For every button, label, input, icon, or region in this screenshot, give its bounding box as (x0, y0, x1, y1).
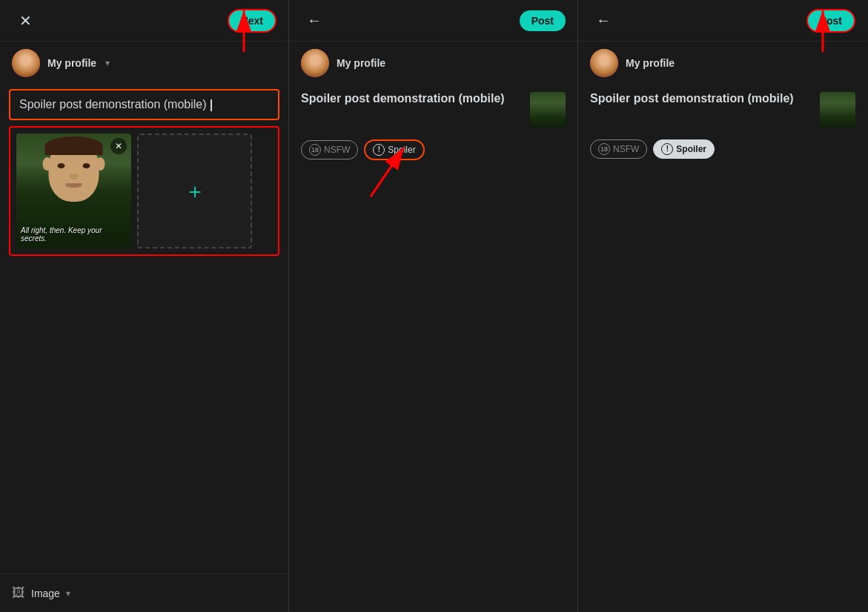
panel-2-header: ← Post (289, 0, 577, 42)
post-title: Spoiler post demonstration (mobile) (301, 92, 505, 105)
post-title: Spoiler post demonstration (mobile) (590, 92, 794, 105)
image-type-label: Image (31, 588, 60, 599)
nsfw-tag-button[interactable]: 18 NSFW (301, 140, 358, 159)
back-button[interactable]: ← (590, 7, 617, 34)
profile-name: My profile (337, 57, 385, 69)
post-title-row: Spoiler post demonstration (mobile) (301, 92, 566, 128)
panel-3: ← Post My profile Spoiler post demonstra… (578, 0, 867, 612)
panel-3-header: ← Post (578, 0, 867, 42)
post-label: Post (820, 15, 842, 27)
tags-row: 18 NSFW ! Spoiler (578, 135, 867, 163)
media-thumbnail[interactable]: All right, then. Keep your secrets. ✕ (16, 134, 131, 249)
close-button[interactable]: ✕ (12, 7, 39, 34)
plus-icon: ＋ (185, 177, 205, 205)
back-icon: ← (596, 12, 611, 29)
spoiler-tag-button[interactable]: ! Spoiler (364, 139, 424, 160)
profile-row[interactable]: My profile (578, 42, 867, 85)
profile-row[interactable]: My profile (289, 42, 577, 85)
chevron-down-icon: ▾ (105, 58, 110, 68)
post-meta: Spoiler post demonstration (mobile) (289, 85, 577, 135)
media-thumbnail-small (820, 92, 855, 128)
post-title-row: Spoiler post demonstration (mobile) (590, 92, 855, 128)
next-label: Next (241, 15, 263, 27)
chevron-down-icon: ▾ (66, 588, 70, 599)
image-type-icon: 🖼 (12, 585, 25, 601)
panel-1-header: ✕ Next (0, 0, 288, 42)
spoiler-tag-button[interactable]: ! Spoiler (653, 139, 715, 159)
media-thumbnail-small (530, 92, 566, 128)
profile-row[interactable]: My profile ▾ (0, 42, 288, 85)
spoiler-label: Spoiler (388, 145, 415, 155)
post-title: Spoiler post demonstration (mobile) (19, 98, 207, 111)
nsfw-tag-button[interactable]: 18 NSFW (590, 139, 647, 159)
avatar (590, 49, 618, 77)
close-icon: ✕ (19, 12, 32, 30)
nsfw-label: NSFW (324, 145, 350, 155)
spoiler-label: Spoiler (676, 144, 706, 154)
avatar (12, 49, 40, 77)
panel-1: ✕ Next My profile ▾ Spoiler post demonst… (0, 0, 289, 612)
post-button[interactable]: Post (520, 10, 566, 31)
back-button[interactable]: ← (301, 7, 328, 34)
profile-name: My profile (47, 57, 96, 69)
spoiler-icon: ! (373, 144, 385, 156)
image-container: All right, then. Keep your secrets. ✕ ＋ (9, 126, 279, 256)
back-icon: ← (307, 12, 322, 29)
nsfw-icon: 18 (598, 143, 610, 155)
profile-name: My profile (626, 57, 675, 69)
nsfw-icon: 18 (309, 144, 321, 156)
text-cursor (211, 99, 212, 111)
panel-2: ← Post My profile Spoiler post demonstra… (289, 0, 578, 612)
post-button[interactable]: Post (806, 9, 855, 33)
post-label: Post (531, 15, 554, 27)
spoiler-icon: ! (661, 143, 673, 155)
bottom-bar[interactable]: 🖼 Image ▾ (0, 573, 288, 612)
add-media-button[interactable]: ＋ (137, 134, 252, 249)
next-button[interactable]: Next (228, 9, 276, 33)
remove-media-button[interactable]: ✕ (110, 138, 127, 154)
post-title-area[interactable]: Spoiler post demonstration (mobile) (9, 89, 279, 120)
media-caption: All right, then. Keep your secrets. (21, 226, 127, 243)
tags-row: 18 NSFW ! Spoiler (289, 135, 577, 165)
post-meta: Spoiler post demonstration (mobile) (578, 85, 867, 135)
nsfw-label: NSFW (613, 144, 639, 154)
avatar (301, 49, 329, 77)
